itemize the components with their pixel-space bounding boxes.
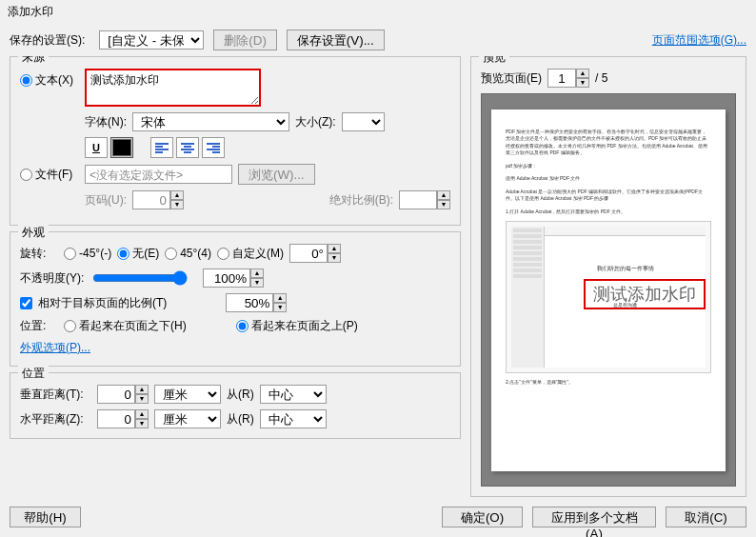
spinner-up[interactable]: ▲ bbox=[328, 244, 341, 253]
vdist-unit-combo[interactable]: 厘米 bbox=[154, 385, 221, 404]
rot-custom-radio[interactable] bbox=[217, 248, 229, 260]
abs-scale-label: 绝对比例(B): bbox=[329, 192, 393, 209]
preview-body-4: Adobe Acrobat 是一款功能强大的 PDF 编辑和阅读软件。它提供了多… bbox=[506, 189, 711, 203]
spinner-up[interactable]: ▲ bbox=[437, 190, 450, 200]
page-range-link[interactable]: 页面范围选项(G)... bbox=[652, 32, 746, 49]
dialog-title: 添加水印 bbox=[0, 0, 756, 24]
file-path-display: <没有选定源文件> bbox=[85, 165, 232, 184]
help-button[interactable]: 帮助(H) bbox=[10, 507, 81, 527]
relative-scale-input[interactable] bbox=[226, 293, 273, 312]
spinner-up[interactable]: ▲ bbox=[135, 409, 149, 419]
size-label: 大小(Z): bbox=[295, 114, 336, 130]
relative-scale-label: 相对于目标页面的比例(T) bbox=[38, 295, 167, 311]
align-left-button[interactable] bbox=[150, 137, 173, 158]
preview-page: PDF 加密文件是一种保护文档安全的有效手段。在当今数字化时代，信息安全变得越来… bbox=[491, 109, 726, 471]
spinner-down[interactable]: ▼ bbox=[135, 394, 149, 404]
text-radio-label: 文本(X) bbox=[35, 72, 73, 89]
spinner-up[interactable]: ▲ bbox=[170, 190, 184, 200]
behind-radio[interactable] bbox=[64, 320, 76, 332]
watermark-text-input[interactable]: 测试添加水印 bbox=[85, 69, 261, 107]
behind-label: 看起来在页面之下(H) bbox=[79, 318, 187, 334]
appearance-group: 外观 旋转: -45°(-) 无(E) 45°(4) 自定义(M) ▲▼ 不透明… bbox=[10, 231, 461, 367]
file-radio-label: 文件(F) bbox=[35, 167, 72, 183]
preview-body-5: 1.打开 Adobe Acrobat，然后打开需要加密的 PDF 文件。 bbox=[506, 209, 711, 216]
preview-pane: PDF 加密文件是一种保护文档安全的有效手段。在当今数字化时代，信息安全变得越来… bbox=[481, 93, 736, 487]
spinner-down[interactable]: ▼ bbox=[170, 200, 184, 209]
rot-45-radio[interactable] bbox=[165, 248, 177, 260]
spinner-up[interactable]: ▲ bbox=[273, 293, 287, 303]
preview-total-pages: / 5 bbox=[595, 71, 607, 85]
vdist-label: 垂直距离(T): bbox=[20, 387, 91, 403]
hdist-input[interactable] bbox=[97, 409, 135, 428]
preview-page-input[interactable] bbox=[547, 69, 576, 88]
text-radio[interactable] bbox=[20, 74, 32, 87]
save-settings-button[interactable]: 保存设置(V)... bbox=[287, 30, 385, 50]
opacity-label: 不透明度(Y): bbox=[20, 270, 87, 287]
relative-scale-check[interactable] bbox=[20, 297, 32, 309]
spinner-down[interactable]: ▼ bbox=[135, 419, 149, 428]
rot-neg45-radio[interactable] bbox=[64, 248, 76, 260]
ok-button[interactable]: 确定(O) bbox=[442, 507, 523, 527]
position-title: 位置 bbox=[18, 366, 49, 382]
hfrom-label: 从(R) bbox=[227, 411, 254, 428]
abs-scale-input[interactable] bbox=[399, 190, 437, 209]
cancel-button[interactable]: 取消(C) bbox=[666, 507, 746, 527]
color-button[interactable] bbox=[110, 137, 133, 158]
font-combo[interactable]: 宋体 bbox=[132, 112, 289, 131]
spinner-down[interactable]: ▼ bbox=[437, 200, 450, 209]
preview-screenshot: 我们听您的每一件事情 总是在沟通 测试添加水印 bbox=[506, 221, 711, 373]
spinner-up[interactable]: ▲ bbox=[576, 69, 589, 78]
front-radio[interactable] bbox=[236, 320, 249, 332]
source-group: 来源 文本(X) 测试添加水印 字体(N): 宋体 大小(Z): bbox=[10, 56, 461, 226]
rotate-label: 旋转: bbox=[20, 246, 58, 262]
preview-body-1: PDF 加密文件是一种保护文档安全的有效手段。在当今数字化时代，信息安全变得越来… bbox=[506, 129, 711, 157]
page-number-input[interactable] bbox=[132, 190, 170, 209]
file-radio[interactable] bbox=[20, 169, 32, 181]
rot-none-label: 无(E) bbox=[132, 246, 159, 262]
rot-custom-input[interactable] bbox=[289, 244, 328, 263]
page-number-label: 页码(U): bbox=[85, 192, 127, 209]
font-label: 字体(N): bbox=[85, 114, 127, 130]
preview-body-3: 使用 Adobe Acrobat 加密 PDF 文件 bbox=[506, 175, 711, 183]
rot-custom-label: 自定义(M) bbox=[232, 246, 284, 262]
opacity-input[interactable] bbox=[203, 268, 250, 288]
hdist-unit-combo[interactable]: 厘米 bbox=[154, 409, 221, 428]
align-center-button[interactable] bbox=[176, 137, 199, 158]
spinner-up[interactable]: ▲ bbox=[250, 268, 264, 278]
saved-settings-combo[interactable]: [自定义 - 未保存] bbox=[99, 30, 204, 50]
spinner-up[interactable]: ▲ bbox=[135, 385, 149, 394]
rot-neg45-label: -45°(-) bbox=[79, 247, 111, 260]
hdist-label: 水平距离(Z): bbox=[20, 411, 91, 428]
spinner-down[interactable]: ▼ bbox=[250, 278, 264, 288]
source-title: 来源 bbox=[18, 56, 49, 66]
preview-title: 预览 bbox=[479, 56, 509, 66]
rot-none-radio[interactable] bbox=[117, 248, 129, 260]
browse-button[interactable]: 浏览(W)... bbox=[238, 164, 315, 185]
spinner-down[interactable]: ▼ bbox=[328, 253, 341, 263]
preview-group: 预览 预览页面(E) ▲▼ / 5 PDF 加密文件是一种保护文档安全的有效手段… bbox=[470, 56, 746, 497]
position-group: 位置 垂直距离(T): ▲▼ 厘米 从(R) 中心 水平距离(Z): bbox=[10, 372, 461, 439]
front-label: 看起来在页面之上(P) bbox=[251, 318, 358, 334]
vfrom-combo[interactable]: 中心 bbox=[260, 385, 327, 404]
saved-settings-label: 保存的设置(S): bbox=[10, 32, 85, 49]
vfrom-label: 从(R) bbox=[227, 387, 254, 403]
spinner-down[interactable]: ▼ bbox=[576, 78, 589, 88]
spinner-down[interactable]: ▼ bbox=[273, 303, 287, 312]
preview-watermark: 测试添加水印 bbox=[584, 279, 706, 309]
hfrom-combo[interactable]: 中心 bbox=[260, 409, 327, 428]
size-combo[interactable] bbox=[342, 112, 385, 131]
position-mode-label: 位置: bbox=[20, 318, 58, 334]
preview-body-2: pdf 加密步骤： bbox=[506, 163, 711, 170]
preview-page-label: 预览页面(E) bbox=[481, 70, 542, 87]
underline-button[interactable]: U bbox=[85, 137, 108, 158]
preview-body-6: 2.点击"文件"菜单，选择"属性"。 bbox=[506, 379, 711, 387]
appearance-options-link[interactable]: 外观选项(P)... bbox=[20, 341, 90, 354]
align-right-button[interactable] bbox=[202, 137, 225, 158]
delete-button[interactable]: 删除(D) bbox=[213, 30, 277, 50]
rot-45-label: 45°(4) bbox=[180, 247, 211, 260]
vdist-input[interactable] bbox=[97, 385, 135, 404]
appearance-title: 外观 bbox=[18, 225, 49, 241]
apply-multiple-button[interactable]: 应用到多个文档(A) bbox=[532, 507, 656, 527]
opacity-slider[interactable] bbox=[92, 270, 188, 286]
